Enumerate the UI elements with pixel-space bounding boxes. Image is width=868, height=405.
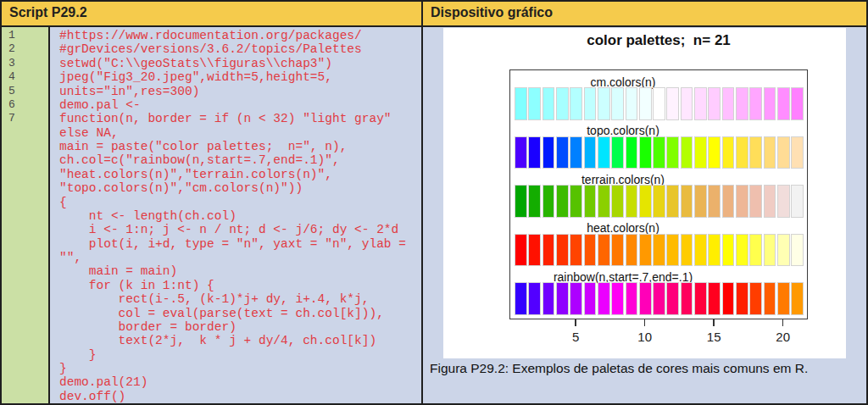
swatch-row [515, 87, 804, 120]
color-swatch [764, 185, 776, 218]
color-swatch [528, 87, 541, 120]
color-swatch [542, 136, 555, 169]
color-swatch [694, 234, 707, 267]
color-swatch [598, 136, 610, 169]
color-swatch [584, 185, 597, 218]
color-swatch [666, 136, 679, 169]
color-swatch [528, 234, 541, 267]
color-swatch [764, 87, 776, 120]
code-line: text(2*j, k * j + dy/4, ch.col[k]) [59, 334, 421, 347]
color-swatch [598, 185, 610, 218]
color-swatch [611, 185, 624, 218]
line-number: 6 [8, 98, 48, 112]
header-cell-device: Dispositivo gráfico [421, 2, 866, 25]
color-swatch [777, 87, 790, 120]
color-swatch [722, 282, 735, 315]
line-number: 4 [8, 70, 48, 84]
code-line: i <- 1:n; j <- n / nt; d <- j/6; dy <- 2… [59, 223, 421, 236]
color-swatch [791, 87, 804, 120]
color-swatch [681, 136, 693, 169]
color-swatch [681, 234, 693, 267]
color-swatch [777, 282, 790, 315]
code-line: "", [59, 251, 421, 264]
line-number: 5 [8, 85, 48, 98]
color-swatch [653, 282, 665, 315]
x-tick [575, 319, 576, 326]
color-swatch [749, 87, 762, 120]
line-number: 3 [8, 57, 48, 70]
x-tick-label: 10 [637, 330, 652, 344]
color-swatch [570, 234, 582, 267]
color-swatch [584, 136, 597, 169]
color-swatch [528, 136, 541, 169]
code-line: main = paste("color palettes; n=", n), [59, 140, 421, 153]
color-swatch [749, 136, 762, 169]
color-swatch [556, 185, 569, 218]
color-swatch [515, 87, 527, 120]
color-swatch [736, 136, 748, 169]
code-line: col = eval(parse(text = ch.col[k])), [59, 307, 421, 320]
color-swatch [626, 136, 638, 169]
color-swatch [515, 185, 527, 218]
color-swatch [542, 185, 555, 218]
color-swatch [584, 234, 597, 267]
code-line: rect(i-.5, (k-1)*j+ dy, i+.4, k*j, [59, 292, 421, 306]
document-table: Script P29.2 Dispositivo gráfico 1234567… [0, 0, 868, 405]
color-swatch [708, 136, 721, 169]
color-swatch [694, 282, 707, 315]
color-swatch [736, 282, 748, 315]
plot-title: color palettes; n= 21 [509, 32, 808, 49]
x-tick [713, 319, 715, 326]
color-swatch [764, 282, 776, 315]
color-swatch [666, 185, 679, 218]
palette-label: heat.colors(n) [587, 222, 659, 234]
color-swatch [626, 185, 638, 218]
swatch-row [515, 136, 804, 169]
color-swatch [626, 87, 638, 120]
color-swatch [515, 282, 527, 315]
x-axis: 5101520 [509, 319, 808, 358]
script-panel: 1234567 #https://www.rdocumentation.org/… [2, 27, 421, 403]
color-swatch [639, 87, 652, 120]
code-line: dev.off() [59, 390, 421, 403]
color-swatch [777, 234, 790, 267]
color-swatch [736, 185, 748, 218]
color-swatch [556, 282, 569, 315]
header-cell-script: Script P29.2 [2, 2, 421, 25]
color-swatch [653, 136, 665, 169]
color-swatch [542, 282, 555, 315]
color-swatch [626, 282, 638, 315]
code-area: #https://www.rdocumentation.org/packages… [50, 27, 421, 403]
code-line: border = border) [59, 320, 421, 334]
color-swatch [681, 87, 693, 120]
code-line: demo.pal(21) [59, 375, 421, 389]
code-line: "heat.colors(n)","terrain.colors(n)", [59, 168, 421, 181]
color-swatch [639, 136, 652, 169]
palette-label: topo.colors(n) [587, 125, 659, 136]
code-line: "topo.colors(n)","cm.colors(n)")) [59, 181, 421, 195]
color-swatch [791, 234, 804, 267]
plot-box: cm.colors(n)topo.colors(n)terrain.colors… [509, 69, 808, 319]
color-swatch [722, 185, 735, 218]
code-line: } [59, 348, 421, 362]
color-swatch [611, 136, 624, 169]
color-swatch [570, 185, 582, 218]
code-line: units="in",res=300) [59, 85, 421, 98]
color-swatch [749, 282, 762, 315]
color-swatch [749, 185, 762, 218]
code-line: } [59, 362, 421, 375]
color-swatch [666, 234, 679, 267]
content-row: 1234567 #https://www.rdocumentation.org/… [2, 27, 866, 403]
code-line: jpeg("Fig3_20.jpeg",width=5,height=5, [59, 70, 421, 84]
code-line: { [59, 196, 421, 209]
color-swatch [764, 234, 776, 267]
code-line: demo.pal <- [59, 98, 421, 112]
palette-label: cm.colors(n) [590, 76, 655, 88]
color-swatch [722, 136, 735, 169]
swatch-row [515, 185, 804, 218]
color-swatch [598, 87, 610, 120]
code-line: ch.col=c("rainbow(n,start=.7,end=.1)", [59, 153, 421, 167]
color-swatch [570, 87, 582, 120]
code-line: plot(i, i+d, type = "n", yaxt = "n", yla… [59, 237, 421, 251]
swatch-row [515, 234, 804, 267]
